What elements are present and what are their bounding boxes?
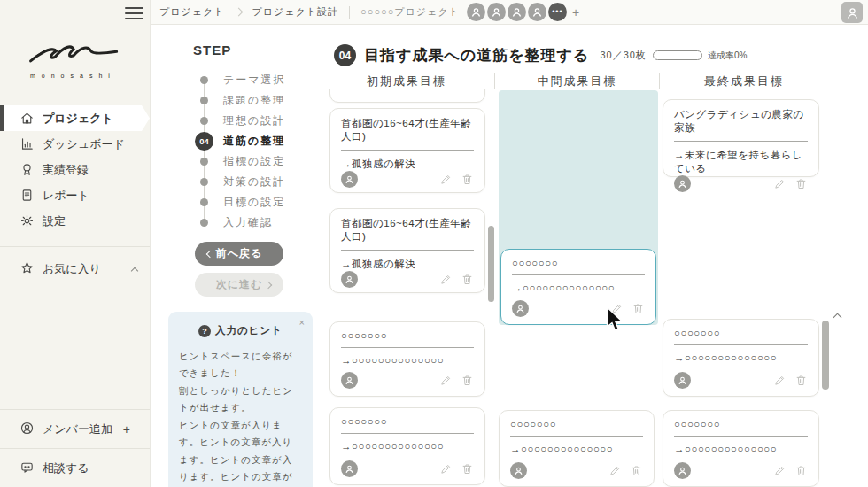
step-item-measures[interactable]: 対策の設計 bbox=[195, 172, 319, 192]
medal-icon bbox=[19, 162, 35, 177]
consult-row[interactable]: 相談する bbox=[0, 448, 150, 487]
step-panel: STEP テーマ選択 課題の整理 理想の設計 04道筋の整理 指標の設定 対策の… bbox=[168, 25, 319, 487]
delete-card-icon[interactable] bbox=[630, 464, 643, 477]
step-heading: STEP bbox=[193, 43, 319, 58]
sidebar-item-dashboard[interactable]: ダッシュボード bbox=[0, 131, 150, 157]
column-scrollbar[interactable] bbox=[488, 226, 494, 302]
card-owner-avatar bbox=[512, 300, 529, 317]
breadcrumb-project-design[interactable]: プロジェクト設計 bbox=[252, 5, 339, 19]
edit-card-icon[interactable] bbox=[439, 273, 453, 286]
step-item-issues[interactable]: 課題の整理 bbox=[195, 90, 319, 111]
step-item-confirm[interactable]: 入力確認 bbox=[195, 213, 319, 233]
progress-bar bbox=[653, 50, 702, 60]
favorites-label: お気に入り bbox=[43, 261, 101, 277]
back-button[interactable]: 前へ戻る bbox=[195, 242, 283, 266]
close-icon[interactable]: × bbox=[299, 317, 305, 328]
page-title: 目指す成果への道筋を整理する bbox=[364, 45, 589, 66]
goal-card[interactable]: ○○○○○○○ →○○○○○○○○○○○○○○ bbox=[663, 410, 819, 487]
scroll-up-chevron-icon[interactable] bbox=[833, 313, 842, 322]
delete-card-icon[interactable] bbox=[794, 177, 808, 190]
edit-card-icon[interactable] bbox=[773, 374, 787, 387]
delete-card-icon[interactable] bbox=[794, 374, 808, 387]
member-avatar[interactable] bbox=[487, 3, 506, 21]
project-name: ○○○○○プロジェクト bbox=[360, 5, 460, 19]
card-owner-avatar bbox=[341, 271, 358, 288]
mouse-cursor bbox=[605, 306, 624, 333]
add-member-plus-icon[interactable]: + bbox=[572, 5, 579, 19]
sidebar-item-label: ダッシュボード bbox=[43, 136, 125, 152]
delete-card-icon[interactable] bbox=[794, 464, 808, 477]
sidebar-item-project[interactable]: プロジェクト bbox=[0, 105, 150, 131]
consult-label: 相談する bbox=[43, 460, 89, 476]
edit-card-icon[interactable] bbox=[439, 462, 453, 475]
hint-title: 入力のヒント bbox=[215, 324, 283, 337]
delete-card-icon[interactable] bbox=[461, 374, 474, 387]
delete-card-icon[interactable] bbox=[461, 273, 474, 286]
card-count: 30／30枚 bbox=[600, 49, 646, 62]
board-header: 04 目指す成果への道筋を整理する 30／30枚 達成率0% bbox=[319, 44, 747, 66]
board-body: 首都圏の16~64才(生産年齢人口) →孤独感の解決 首都圏の16~64才(生産… bbox=[319, 89, 868, 487]
sidebar-item-favorites[interactable]: お気に入り bbox=[0, 256, 150, 282]
delete-card-icon[interactable] bbox=[632, 302, 645, 315]
delete-card-icon[interactable] bbox=[461, 173, 474, 186]
sidebar-item-report[interactable]: レポート bbox=[0, 182, 150, 208]
bar-chart-icon bbox=[19, 136, 35, 151]
edit-card-icon[interactable] bbox=[439, 374, 453, 387]
board-scrollbar[interactable] bbox=[822, 321, 829, 390]
plus-icon[interactable]: + bbox=[123, 422, 130, 437]
member-avatars: ••• bbox=[467, 3, 567, 21]
member-avatar[interactable] bbox=[528, 3, 546, 21]
member-avatar[interactable] bbox=[508, 3, 526, 21]
report-icon bbox=[19, 188, 35, 203]
topbar-divider bbox=[349, 6, 350, 19]
sidebar: monosashi プロジェクト ダッシュボード 実績登録 レポート bbox=[0, 0, 151, 487]
goal-card[interactable]: 首都圏の16~64才(生産年齢人口) →孤独感の解決 bbox=[329, 208, 485, 293]
sidebar-item-label: プロジェクト bbox=[43, 111, 113, 127]
goal-card[interactable]: ○○○○○○○ →○○○○○○○○○○○○○○ bbox=[329, 321, 485, 397]
sidebar-item-settings[interactable]: 設定 bbox=[0, 208, 150, 234]
member-avatar[interactable] bbox=[467, 3, 485, 21]
more-members-avatar[interactable]: ••• bbox=[548, 3, 567, 21]
step-item-path-current[interactable]: 04道筋の整理 bbox=[195, 131, 319, 151]
card-owner-avatar bbox=[341, 460, 358, 477]
next-button[interactable]: 次に進む bbox=[195, 273, 283, 297]
step-list: テーマ選択 課題の整理 理想の設計 04道筋の整理 指標の設定 対策の設計 目標… bbox=[195, 70, 319, 233]
edit-card-icon[interactable] bbox=[773, 177, 787, 190]
topbar: プロジェクト プロジェクト設計 ○○○○○プロジェクト ••• + bbox=[151, 0, 868, 25]
step-item-indicators[interactable]: 指標の設定 bbox=[195, 151, 319, 172]
goal-card[interactable]: ○○○○○○○ →○○○○○○○○○○○○○○ bbox=[329, 407, 485, 485]
goal-card[interactable]: 首都圏の16~64才(生産年齢人口) →孤独感の解決 bbox=[329, 108, 485, 193]
gear-icon bbox=[19, 213, 35, 228]
card-owner-avatar bbox=[510, 462, 527, 479]
edit-card-icon[interactable] bbox=[773, 464, 787, 477]
step-item-theme[interactable]: テーマ選択 bbox=[195, 70, 319, 90]
hint-box: × ? 入力のヒント ヒントスペースに余裕ができました！ 割としっかりとしたヒン… bbox=[168, 312, 313, 487]
hint-body-text: ヒントスペースに余裕ができました！ 割としっかりとしたヒントが出せます。 ヒント… bbox=[179, 348, 302, 487]
star-icon bbox=[19, 260, 35, 278]
step-item-goals[interactable]: 目標の設定 bbox=[195, 192, 319, 213]
account-icon[interactable] bbox=[841, 2, 863, 23]
hamburger-menu-icon[interactable] bbox=[125, 7, 143, 19]
edit-card-icon[interactable] bbox=[439, 173, 453, 186]
goal-card-partial[interactable] bbox=[329, 89, 485, 103]
edit-card-icon[interactable] bbox=[608, 464, 622, 477]
card-owner-avatar bbox=[674, 462, 691, 479]
chevron-right-icon bbox=[265, 281, 272, 288]
chevron-up-icon[interactable] bbox=[131, 267, 138, 274]
sidebar-item-results[interactable]: 実績登録 bbox=[0, 157, 150, 182]
home-icon bbox=[19, 111, 35, 126]
delete-card-icon[interactable] bbox=[461, 462, 474, 475]
board: 04 目指す成果への道筋を整理する 30／30枚 達成率0% 初期成果目標 中間… bbox=[319, 25, 868, 487]
step-number-badge: 04 bbox=[334, 44, 356, 66]
add-member-row[interactable]: メンバー追加 + bbox=[0, 409, 150, 448]
card-owner-avatar bbox=[341, 171, 358, 188]
goal-card-active[interactable]: ○○○○○○○ →○○○○○○○○○○○○○○ bbox=[500, 249, 656, 325]
goal-card[interactable]: ○○○○○○○ →○○○○○○○○○○○○○○ bbox=[663, 319, 819, 397]
goal-card[interactable]: ○○○○○○○ →○○○○○○○○○○○○○○ bbox=[499, 410, 655, 487]
goal-card[interactable]: バングラディシュの農家の家族 →未来に希望を持ち暮らしている bbox=[663, 99, 819, 177]
sidebar-item-label: 設定 bbox=[43, 213, 66, 229]
add-member-label: メンバー追加 bbox=[43, 421, 112, 437]
breadcrumb-project[interactable]: プロジェクト bbox=[159, 5, 225, 19]
logo-squiggle-icon bbox=[25, 41, 124, 67]
step-item-ideal[interactable]: 理想の設計 bbox=[195, 111, 319, 131]
